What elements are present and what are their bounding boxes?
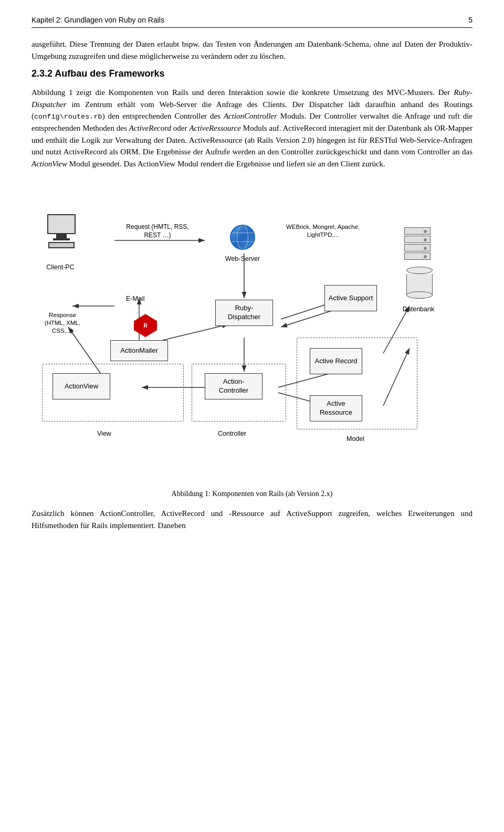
controller-label: Controller — [218, 429, 246, 438]
view-label: View — [97, 429, 111, 438]
actionview-box: ActionView — [52, 373, 110, 399]
page-number: 5 — [468, 16, 472, 24]
svg-line-12 — [163, 324, 228, 340]
active-record-box: Active Record — [310, 348, 362, 374]
page: Kapitel 2: Grundlagen von Ruby on Rails … — [0, 0, 504, 559]
request-label: Request (HMTL, RSS, REST …) — [121, 223, 194, 239]
model-label: Model — [346, 435, 364, 443]
bottom-paragraph-1: Zusätzlich können ActionController, Acti… — [32, 508, 472, 531]
email-label: E-Mail — [126, 294, 144, 303]
datenbank-label: Datenbank — [400, 305, 437, 313]
figure-caption: Abbildung 1: Komponenten von Rails (ab V… — [32, 490, 472, 498]
client-pc-label: Client-PC — [42, 263, 79, 271]
client-pc-icon — [47, 214, 76, 248]
web-server-icon — [230, 225, 255, 250]
section-heading: 2.3.2 Aufbau des Frameworks — [32, 68, 472, 79]
active-ressource-box: Active Ressource — [310, 395, 362, 422]
webrick-label: WEBrick, Mongrel, Apache, LightTPD,... — [278, 223, 368, 239]
response-label: Response (HTML, XML, CSS,...) — [39, 311, 86, 335]
datenbank-server-icon — [404, 227, 430, 261]
chapter-title: Kapitel 2: Grundlagen von Ruby on Rails — [32, 16, 164, 24]
paragraph-2: Abbildung 1 zeigt die Komponenten von Ra… — [32, 87, 472, 170]
rails-architecture-diagram: View Controller Model Client-PC Response… — [37, 185, 467, 479]
diagram-container: View Controller Model Client-PC Response… — [32, 185, 472, 479]
ruby-logo-icon: R — [134, 314, 157, 337]
page-header: Kapitel 2: Grundlagen von Ruby on Rails … — [32, 16, 472, 28]
actionmailer-box: ActionMailer — [110, 340, 168, 361]
ruby-dispatcher-box: Ruby- Dispatcher — [215, 300, 273, 326]
action-controller-box: Action- Controller — [205, 373, 262, 399]
web-server-label: Web-Server — [222, 255, 264, 263]
active-support-box: Active Support — [324, 285, 377, 311]
bottom-text: Zusätzlich können ActionController, Acti… — [32, 508, 472, 531]
paragraph-1: ausgeführt. Diese Trennung der Daten erl… — [32, 38, 472, 62]
datenbank-icon — [406, 267, 433, 299]
